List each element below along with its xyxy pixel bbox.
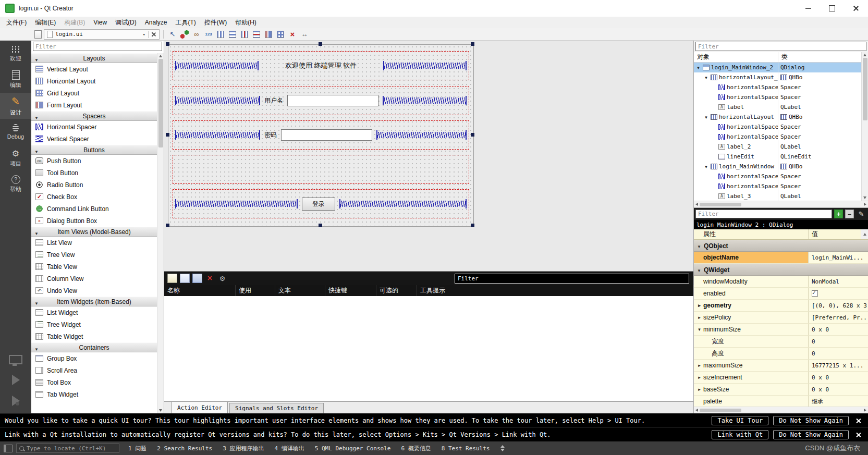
selection-handle-bottom-right[interactable] — [471, 224, 474, 227]
widget-item-check-box[interactable]: Check Box — [31, 191, 157, 203]
object-tree-vscrollbar[interactable] — [861, 52, 868, 201]
object-tree-row[interactable]: label_3QLabel — [694, 191, 861, 201]
minimize-button[interactable] — [796, 0, 820, 17]
property-row[interactable]: minimumSize0 x 0 — [694, 324, 868, 336]
widget-item-radio-button[interactable]: Radio Button — [31, 179, 157, 191]
widget-item-tool-button[interactable]: Tool Button — [31, 167, 157, 179]
lay-out-vertically-icon[interactable] — [227, 29, 238, 40]
widget-item-table-widget[interactable]: Table Widget — [31, 330, 157, 342]
expand-arrow-icon[interactable] — [703, 75, 709, 80]
form-title-label[interactable]: 欢迎使用 终端管理 软件 — [263, 61, 379, 70]
scroll-right-icon[interactable] — [864, 409, 866, 412]
widget-category-spacers[interactable]: Spacers — [31, 111, 157, 121]
output-pane-4[interactable]: 4 编译输出 — [269, 441, 309, 455]
widget-box-scrollbar[interactable] — [157, 53, 164, 413]
property-scroll-up[interactable] — [861, 229, 868, 239]
column-header[interactable]: 名称 — [164, 285, 236, 296]
configure-icon[interactable] — [217, 274, 227, 283]
object-tree-hscrollbar[interactable] — [694, 201, 868, 207]
column-header-value[interactable]: 值 — [809, 229, 861, 239]
lay-out-grid-icon[interactable] — [275, 29, 286, 40]
expand-arrow-icon[interactable] — [696, 327, 702, 332]
configure-property-editor-icon[interactable] — [856, 210, 866, 218]
horizontal-spacer[interactable] — [383, 97, 467, 104]
remove-dynamic-property-button[interactable] — [845, 210, 854, 218]
close-button[interactable] — [844, 0, 868, 17]
output-pane-5[interactable]: 5 QML Debugger Console — [310, 441, 396, 455]
scrollbar-thumb[interactable] — [863, 58, 867, 120]
widget-item-grid-layout[interactable]: Grid Layout — [31, 87, 157, 99]
layout-row-empty[interactable] — [173, 155, 469, 184]
property-row[interactable]: palette继承 — [694, 396, 868, 407]
widget-item-tree-widget[interactable]: Tree Widget — [31, 318, 157, 330]
scroll-down-icon[interactable] — [863, 196, 866, 199]
property-row[interactable]: windowModalityNonModal — [694, 276, 868, 288]
menu-view[interactable]: View — [89, 18, 111, 27]
add-dynamic-property-button[interactable] — [834, 210, 843, 218]
widget-item-scroll-area[interactable]: Scroll Area — [31, 364, 157, 376]
property-group-qobject[interactable]: QObject — [694, 240, 868, 252]
widget-item-list-view[interactable]: List View — [31, 237, 157, 249]
expand-arrow-icon[interactable] — [696, 315, 702, 320]
object-tree-row[interactable]: horizontalLayout_3QHBo — [694, 72, 861, 82]
selection-handle-mid-right[interactable] — [471, 133, 474, 137]
output-pane-arrows-icon[interactable] — [500, 445, 505, 451]
password-lineedit[interactable] — [281, 129, 372, 141]
tab-signals-slots-editor[interactable]: Signals and Slots Editor — [229, 403, 324, 413]
widget-category-buttons[interactable]: Buttons — [31, 145, 157, 155]
lay-out-horizontally-icon[interactable] — [215, 29, 226, 40]
menu-file[interactable]: 文件(F) — [2, 17, 31, 28]
widget-item-table-view[interactable]: Table View — [31, 261, 157, 273]
scroll-up-icon[interactable] — [863, 54, 866, 56]
scroll-left-icon[interactable] — [695, 203, 698, 206]
column-header[interactable]: 可选的 — [376, 285, 417, 296]
widget-item-command-link-button[interactable]: Command Link Button — [31, 203, 157, 215]
horizontal-spacer[interactable] — [383, 63, 467, 69]
object-tree-row[interactable]: horizontalLayoutQHBo — [694, 112, 861, 122]
username-label[interactable]: 用户名 — [264, 96, 283, 105]
selection-handle-bottom-center[interactable] — [319, 224, 322, 227]
property-group-qwidget[interactable]: QWidget — [694, 264, 868, 276]
delete-action-icon[interactable] — [205, 274, 215, 283]
widget-item-tree-view[interactable]: Tree View — [31, 249, 157, 261]
widget-category-layouts[interactable]: Layouts — [31, 53, 157, 63]
adjust-size-icon[interactable] — [299, 29, 310, 40]
layout-row-login[interactable]: 登录 — [173, 189, 469, 218]
scroll-right-icon[interactable] — [864, 203, 866, 206]
object-tree-row[interactable]: horizontalSpacer_7Spacer — [694, 171, 861, 181]
object-tree-row[interactable]: horizontalSpacer_5Spacer — [694, 122, 861, 132]
column-header-class[interactable]: 类 — [778, 52, 861, 62]
scrollbar-thumb[interactable] — [700, 203, 741, 206]
widget-item-form-layout[interactable]: Form Layout — [31, 99, 157, 111]
widget-item-undo-view[interactable]: Undo View — [31, 285, 157, 297]
menu-widgets[interactable]: 控件(W) — [200, 17, 231, 28]
login-button[interactable]: 登录 — [302, 198, 335, 211]
open-file-selector[interactable]: login.ui — [44, 29, 160, 40]
object-tree-row[interactable]: horizontalSpacer_8Spacer — [694, 181, 861, 191]
toggle-sidebar-icon[interactable] — [4, 445, 13, 452]
close-notification-icon[interactable] — [855, 432, 861, 438]
action-editor-content[interactable] — [164, 296, 693, 401]
column-header[interactable]: 工具提示 — [417, 285, 693, 296]
horizontal-spacer[interactable] — [376, 132, 467, 138]
column-header[interactable]: 使用 — [236, 285, 275, 296]
edit-action-icon[interactable] — [180, 274, 190, 283]
menu-debug[interactable]: 调试(D) — [111, 17, 141, 28]
object-tree-row[interactable]: label_2QLabel — [694, 142, 861, 152]
locator-input[interactable] — [27, 445, 116, 452]
tab-action-editor[interactable]: Action Editor — [172, 401, 228, 413]
object-tree-row[interactable]: lineEditQLineEdit — [694, 152, 861, 162]
property-row[interactable]: sizePolicy[Preferred, Pr... — [694, 312, 868, 324]
expand-arrow-icon[interactable] — [696, 387, 702, 392]
sidebar-item-design[interactable]: 设计 — [0, 93, 31, 119]
layout-row-username[interactable]: 用户名 — [173, 86, 469, 115]
locator[interactable] — [16, 444, 119, 453]
widget-item-push-button[interactable]: Push Button — [31, 155, 157, 167]
property-row[interactable]: 高度0 — [694, 348, 868, 360]
horizontal-spacer[interactable] — [175, 201, 298, 207]
widget-item-vertical-spacer[interactable]: Vertical Spacer — [31, 133, 157, 145]
widget-category-containers[interactable]: Containers — [31, 342, 157, 352]
widget-category-item-widgets[interactable]: Item Widgets (Item-Based) — [31, 297, 157, 306]
widget-item-horizontal-spacer[interactable]: Horizontal Spacer — [31, 121, 157, 133]
property-filter-input[interactable] — [695, 210, 832, 218]
